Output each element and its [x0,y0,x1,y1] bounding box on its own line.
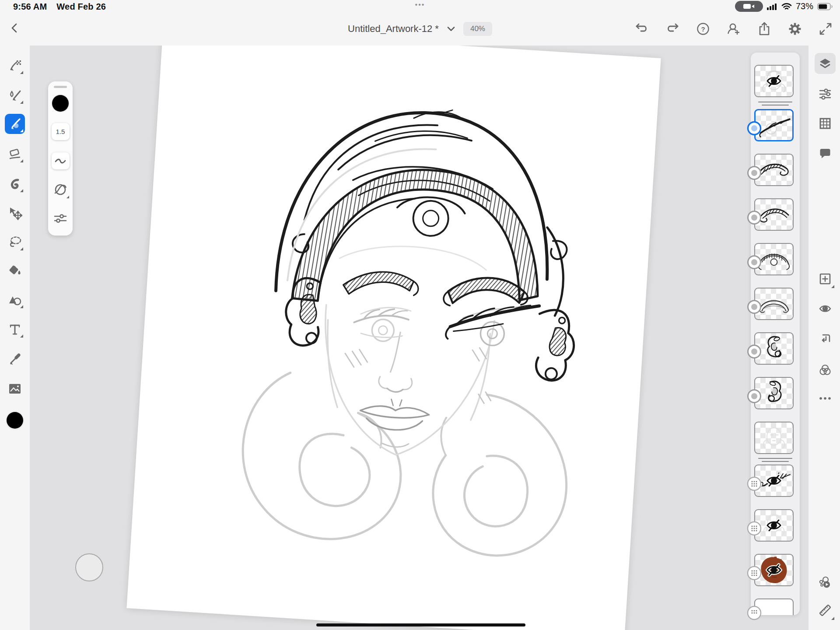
rail-more-options-button[interactable] [815,388,836,409]
tool-paint-fill[interactable] [5,260,25,281]
tool-lasso-select[interactable] [5,232,25,252]
tool-text[interactable] [5,319,25,339]
rail-ruler-button[interactable] [815,600,836,621]
add-person-icon [727,22,741,35]
layer-type-badge-pixel[interactable] [746,476,762,492]
brush-settings-button[interactable] [52,210,69,227]
eye-icon [819,304,831,313]
rail-blend-mode-button[interactable] [815,359,836,380]
eyedropper-icon [8,352,22,366]
flyout-triangle-icon [831,285,834,288]
fullscreen-button[interactable] [818,21,833,36]
tool-place-image[interactable] [5,379,25,399]
layer-type-badge-vector[interactable] [746,388,762,404]
battery-percent: 73% [796,1,813,11]
redo-icon [665,23,679,35]
tool-shapes[interactable] [5,290,25,310]
layer-type-badge-vector[interactable] [746,210,762,225]
brush-size-field[interactable]: 1.5 [52,123,70,140]
rail-grid-button[interactable] [815,113,836,134]
gear-icon [788,22,802,36]
help-icon: ? [696,22,710,35]
layers-icon [819,58,831,69]
more-options-icon [819,397,831,400]
flyout-triangle-icon [66,196,69,198]
battery-icon [817,3,833,11]
layer-type-badge-pixel[interactable] [746,521,762,536]
expand-icon [819,22,832,35]
layer-hidden-eye-off-icon [765,74,783,88]
tool-live-brush[interactable] [5,85,25,106]
layer-group-divider [751,102,800,106]
flyout-triangle-icon [20,334,23,338]
tool-eraser[interactable] [5,144,25,164]
stroke-smoothing-button[interactable] [52,152,70,169]
layer-group-divider [751,458,800,462]
share-icon [758,22,770,36]
wifi-icon [781,3,792,11]
motion-icon [819,576,831,588]
layer-type-badge-pixel[interactable] [746,565,762,581]
layer-thumbnail-art [755,422,793,453]
layer-type-badge-vector[interactable] [746,299,762,315]
settings-button[interactable] [788,21,802,36]
layer-item-9[interactable] [754,422,794,454]
layer-type-badge-vector[interactable] [746,254,762,270]
brush-color-well[interactable] [52,95,69,112]
help-button[interactable]: ? [696,21,710,36]
text-icon [8,323,21,336]
flyout-triangle-icon [20,159,23,162]
document-title[interactable]: Untitled_Artwork-12 * [348,23,439,35]
share-button[interactable] [757,21,772,36]
zoom-level-badge[interactable]: 40% [463,22,492,36]
rail-add-layer-button[interactable] [815,268,836,289]
redo-button[interactable] [665,21,680,36]
layer-type-badge-vector[interactable] [746,165,762,181]
layer-item-1[interactable] [754,65,794,97]
status-bar: 9:56 AM Wed Feb 26 ••• 73% [0,0,840,12]
rail-layers-button[interactable] [815,53,836,74]
tool-smudge[interactable] [5,174,25,194]
layer-type-badge-vector[interactable] [746,344,762,359]
tool-color-swatch[interactable] [5,410,25,430]
move-content-icon [819,334,831,345]
tool-options-panel: 1.5 [48,81,73,236]
comment-icon [819,148,831,159]
panel-drag-handle[interactable] [54,86,67,88]
rail-motion-button[interactable] [815,572,836,593]
canvas-page[interactable] [126,46,661,630]
top-toolbar: Untitled_Artwork-12 * 40% ? [0,12,840,46]
artwork-line-drawing [126,46,661,630]
layer-type-badge-vector-selected[interactable] [746,120,762,136]
flyout-triangle-icon [20,247,23,250]
flyout-triangle-icon [20,129,23,132]
rail-comment-button[interactable] [815,143,836,164]
flyout-triangle-icon [20,101,23,104]
paint-bucket-icon [7,264,22,278]
brush-cursor-preview [75,553,103,581]
image-icon [8,382,22,395]
grid-icon [819,118,831,129]
current-color-swatch [7,412,23,429]
blend-mode-icon [819,364,831,376]
layer-type-badge-pixel[interactable] [746,605,762,621]
pressure-dynamics-icon [53,183,67,197]
tool-move[interactable] [5,203,25,223]
tool-vector-brush[interactable] [5,114,25,134]
layer-hidden-eye-off-icon [765,474,783,488]
home-indicator[interactable] [316,623,525,626]
rail-move-content-button[interactable] [815,329,836,350]
tool-pixel-brush[interactable] [5,56,25,76]
camera-indicator-icon [735,1,763,12]
undo-button[interactable] [634,21,649,36]
invite-collaborator-button[interactable] [726,21,741,36]
rail-layer-visibility-button[interactable] [815,298,836,319]
canvas-viewport[interactable] [30,46,840,630]
title-menu-chevron-down-icon[interactable] [447,26,455,32]
cellular-signal-icon [767,3,777,11]
tool-eyedropper[interactable] [5,349,25,369]
flyout-triangle-icon [20,189,23,192]
move-icon [7,206,22,220]
pressure-dynamics-button[interactable] [52,181,69,198]
rail-adjustments-button[interactable] [815,84,836,105]
